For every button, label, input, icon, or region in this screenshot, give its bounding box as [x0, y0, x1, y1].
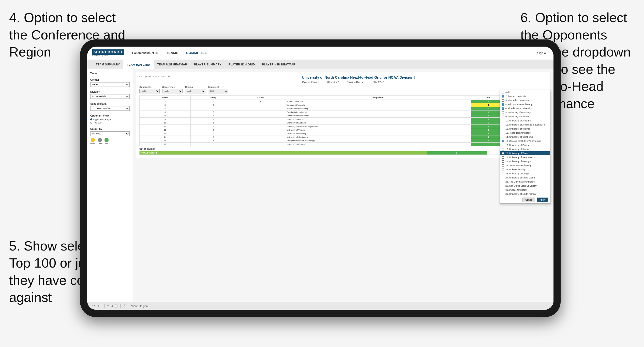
- colour-level: Level: [97, 138, 102, 145]
- dropdown-cancel-button[interactable]: Cancel: [522, 198, 535, 202]
- table-row[interactable]: 14 2 University of Oklahoma 2 2: [140, 135, 547, 139]
- dropdown-item-label: 9. University of Arizona: [505, 115, 529, 118]
- sub-nav: TEAM SUMMARY TEAM H2H GRID TEAM H2H HEAT…: [87, 60, 553, 69]
- dropdown-item[interactable]: 23. Texas A&M University: [500, 163, 550, 168]
- table-row[interactable]: 2 1 1 Auburn University 2 1: [140, 100, 547, 103]
- sidebar-gender-select[interactable]: Men's: [90, 82, 130, 87]
- table-row[interactable]: 13 1 Texas Tech University 3 0: [140, 132, 547, 135]
- sidebar-school-select[interactable]: 1. University of Nort...: [90, 106, 130, 111]
- dropdown-item[interactable]: 12. University of Virginia: [500, 127, 550, 131]
- dropdown-item[interactable]: 22. University of Georgia: [500, 159, 550, 163]
- top-nav: 5COREBOARD Powered by iGoal TOURNAMENTS …: [87, 47, 553, 60]
- dropdown-checkbox: [502, 185, 504, 187]
- sidebar-radio-top100[interactable]: Top 100: [90, 121, 130, 124]
- dropdown-item[interactable]: 16. University of Florida: [500, 143, 550, 147]
- table-row[interactable]: 6 2 Florida State University 4 2: [140, 110, 547, 114]
- cell-opponent: Texas Tech University: [285, 132, 471, 135]
- dropdown-checkbox: ✓: [502, 103, 504, 106]
- table-row[interactable]: 4 1 Arizona State University 5 1: [140, 107, 547, 110]
- dropdown-item[interactable]: 27. University of Notre Dame: [500, 176, 550, 180]
- cell-opponent: Florida State University: [285, 110, 471, 114]
- cell-rank: 3: [140, 103, 191, 107]
- tab-player-summary[interactable]: PLAYER SUMMARY: [191, 60, 225, 69]
- dropdown-item[interactable]: 9. University of Arizona: [500, 115, 550, 119]
- dropdown-item-label: 6. Florida State University: [505, 107, 532, 110]
- radio-dot-opponents: [90, 118, 92, 120]
- dropdown-item[interactable]: 18. University of Illinois: [500, 147, 550, 151]
- tab-player-h2h-heatmap[interactable]: PLAYER H2H HEATMAP: [259, 60, 299, 69]
- dropdown-item[interactable]: 30. Purdue University: [500, 188, 550, 192]
- cell-reg: 2: [191, 114, 236, 118]
- dropdown-item[interactable]: 10. University of Alabama: [500, 119, 550, 123]
- filter-conference-select[interactable]: (All): [162, 89, 183, 93]
- toolbar-cut-icon[interactable]: ✂: [107, 304, 109, 308]
- toolbar-clock-icon[interactable]: 🕐: [123, 304, 126, 308]
- sidebar-radio-group: Opponents Played Top 100: [90, 118, 130, 124]
- table-row[interactable]: 8 2 University of Washington 1 0: [140, 114, 547, 118]
- dropdown-checkbox: [502, 112, 504, 114]
- dropdown-checkbox: [502, 164, 504, 167]
- logo-box: 5COREBOARD: [92, 49, 124, 55]
- tab-player-h2h-grid[interactable]: PLAYER H2H GRID: [225, 60, 259, 69]
- filter-region-select[interactable]: (All): [185, 89, 205, 93]
- cell-rank: 16: [140, 143, 191, 146]
- dropdown-item[interactable]: 3. Vanderbilt University: [500, 98, 550, 102]
- table-row[interactable]: 3 2 Vanderbilt University 0 4: [140, 103, 547, 107]
- dropdown-item[interactable]: 8. University of Washington: [500, 110, 550, 115]
- toolbar-paste-icon[interactable]: 📋: [114, 304, 118, 308]
- dropdown-item[interactable]: 13. Texas Tech University: [500, 131, 550, 135]
- dropdown-item-label: 22. University of Georgia: [505, 160, 531, 163]
- sidebar-radio-opponents-played[interactable]: Opponents Played: [90, 118, 130, 121]
- dropdown-item[interactable]: (All): [500, 90, 550, 94]
- table-row[interactable]: 16 2 University of Florida 5 1: [140, 143, 547, 146]
- data-table: # Rank # Reg # Conf Opponent Win Loss 2 …: [139, 95, 547, 146]
- out-division-label: Out of division: [139, 148, 547, 150]
- dropdown-item-label: 23. Texas A&M University: [505, 164, 531, 167]
- cell-reg: 3: [191, 118, 236, 121]
- dropdown-item[interactable]: 29. San Diego State University: [500, 184, 550, 188]
- table-row[interactable]: 11 6 University of Arkansas, Fayettevill…: [140, 125, 547, 128]
- dropdown-item[interactable]: ✓15. Georgia Institute of Technology: [500, 139, 550, 143]
- sidebar-division-select[interactable]: NCAA Division I: [90, 94, 130, 99]
- sidebar-opponent-view-label: Opponent View: [90, 114, 130, 117]
- table-row[interactable]: 15 4 Georgia Institute of Technology 5 0: [140, 139, 547, 143]
- dropdown-item[interactable]: ✓6. Florida State University: [500, 106, 550, 110]
- dropdown-item[interactable]: 28. The Ohio State University: [500, 180, 550, 184]
- cell-opponent: Vanderbilt University: [285, 103, 471, 107]
- dropdown-item-label: 20. University of Texas: [505, 152, 528, 155]
- toolbar-separator-1: [104, 304, 104, 308]
- dropdown-item[interactable]: 21. University of New Mexico: [500, 155, 550, 159]
- table-row[interactable]: 9 3 University of Arizona 1 0: [140, 118, 547, 121]
- filter-opponent-select[interactable]: (All): [208, 89, 228, 93]
- nav-signout[interactable]: Sign out: [537, 51, 548, 55]
- nav-teams[interactable]: TEAMS: [166, 50, 178, 56]
- tab-team-h2h-heatmap[interactable]: TEAM H2H HEATMAP: [154, 60, 191, 69]
- col-reg: # Reg: [191, 96, 236, 100]
- dropdown-item[interactable]: 31. University of North Florida: [500, 192, 550, 196]
- toolbar-copy-icon[interactable]: ⊞: [111, 304, 113, 308]
- dropdown-item[interactable]: 25. University of Oregon: [500, 172, 550, 176]
- dropdown-item[interactable]: ✓4. Arizona State University: [500, 102, 550, 106]
- dropdown-item[interactable]: ✓2. Auburn University: [500, 94, 550, 98]
- dropdown-item[interactable]: 20. University of Texas: [500, 151, 550, 155]
- toolbar-redo-icon[interactable]: ↪: [94, 304, 96, 308]
- table-row[interactable]: 12 3 University of Virginia 1 0: [140, 128, 547, 132]
- dropdown-item-label: 18. University of Illinois: [505, 148, 529, 150]
- tab-team-summary[interactable]: TEAM SUMMARY: [92, 60, 123, 69]
- cell-rank: 8: [140, 114, 191, 118]
- dropdown-item[interactable]: 14. University of Oklahoma: [500, 135, 550, 139]
- table-row[interactable]: 10 5 University of Alabama 3 0: [140, 121, 547, 125]
- cell-conf: [236, 118, 285, 121]
- tab-team-h2h-grid[interactable]: TEAM H2H GRID: [123, 60, 154, 69]
- nav-tournaments[interactable]: TOURNAMENTS: [131, 50, 158, 56]
- toolbar-back-icon[interactable]: ⟵: [98, 304, 102, 308]
- cell-reg: 1: [191, 132, 236, 135]
- dropdown-item[interactable]: 11. University of Arkansas, Fayetteville: [500, 123, 550, 127]
- sidebar-colour-select[interactable]: Win/loss: [90, 131, 130, 136]
- filter-opponents-select[interactable]: (All): [139, 89, 160, 93]
- sidebar-colour-label: Colour by: [90, 128, 130, 130]
- toolbar-undo-icon[interactable]: ↩: [90, 304, 93, 308]
- nav-committee[interactable]: COMMITTEE: [186, 50, 207, 56]
- dropdown-item[interactable]: 24. Duke University: [500, 168, 550, 172]
- dropdown-apply-button[interactable]: Apply: [537, 198, 548, 202]
